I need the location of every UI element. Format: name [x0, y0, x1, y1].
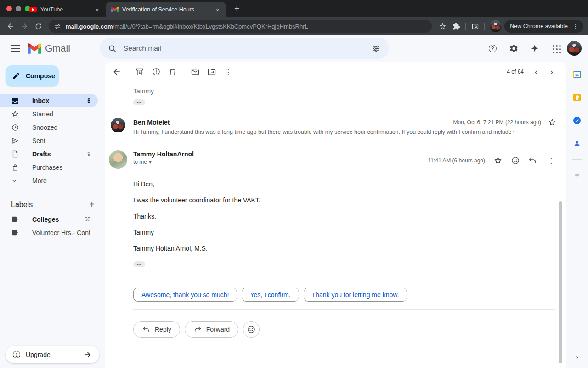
product-name: Gmail: [45, 43, 70, 54]
smart-reply-chip[interactable]: Thank you for letting me know.: [304, 288, 407, 302]
sidebar-item-label: Purchases: [32, 164, 90, 171]
reply-icon[interactable]: [528, 156, 537, 165]
get-add-ons-icon[interactable]: +: [570, 168, 584, 183]
smart-reply-chip[interactable]: Awesome, thank you so much!: [133, 288, 237, 302]
google-apps-icon[interactable]: [546, 38, 566, 58]
label-tag-icon: [11, 215, 20, 223]
forward-button[interactable]: Forward: [185, 321, 238, 338]
close-window-button[interactable]: [6, 6, 12, 12]
sidebar-label-colleges[interactable]: Colleges 60: [0, 213, 98, 226]
minimize-window-button[interactable]: [16, 6, 21, 12]
archive-icon[interactable]: [131, 63, 148, 80]
sidebar-item-snoozed[interactable]: Snoozed: [0, 121, 98, 134]
message-menu-icon[interactable]: ⋮: [546, 155, 557, 166]
close-tab-icon[interactable]: ×: [214, 6, 221, 14]
site-info-icon[interactable]: [54, 23, 61, 30]
scrollbar[interactable]: [559, 201, 562, 363]
delete-icon[interactable]: [164, 63, 181, 80]
close-tab-icon[interactable]: ×: [93, 6, 101, 14]
collapsed-sender: Tammy: [133, 87, 555, 95]
create-label-icon[interactable]: +: [86, 199, 97, 210]
star-message-icon[interactable]: [548, 118, 557, 127]
shopping-bag-icon: [11, 163, 20, 172]
report-spam-icon[interactable]: [148, 63, 164, 80]
sidebar-item-label: More: [32, 177, 90, 184]
sidebar-item-inbox[interactable]: Inbox 8: [0, 94, 98, 107]
tasks-icon[interactable]: [570, 113, 584, 128]
bookmark-star-icon[interactable]: [435, 19, 449, 33]
browser-forward-button[interactable]: [17, 19, 31, 33]
back-to-inbox-icon[interactable]: [108, 63, 125, 80]
sidebar-item-drafts[interactable]: Drafts 9: [0, 147, 98, 161]
older-conversation-icon[interactable]: ›: [544, 64, 560, 80]
search-bar[interactable]: [100, 38, 389, 59]
chevron-down-icon: [11, 178, 20, 184]
tab-search-icon[interactable]: [468, 19, 482, 33]
add-reaction-button[interactable]: [243, 321, 260, 338]
search-filters-icon[interactable]: [366, 38, 386, 58]
browser-back-button[interactable]: [4, 19, 17, 33]
calendar-icon[interactable]: 31: [570, 67, 584, 82]
browser-profile-avatar[interactable]: [490, 20, 502, 32]
move-to-folder-icon[interactable]: [204, 63, 220, 80]
sidebar-item-label: Sent: [32, 137, 90, 144]
tab-gmail-active[interactable]: Verification of Service Hours ×: [106, 2, 226, 17]
keep-icon[interactable]: [570, 90, 584, 105]
chrome-update-pill[interactable]: New Chrome available ⋮: [504, 20, 583, 33]
tab-strip: YouTube × Verification of Service Hours …: [0, 0, 588, 17]
upgrade-label: Upgrade: [26, 351, 78, 358]
sidebar-item-sent[interactable]: Sent: [0, 134, 98, 147]
smart-reply-chip[interactable]: Yes, I confirm.: [242, 288, 299, 302]
labels-header: Labels +: [11, 199, 97, 210]
star-message-icon[interactable]: [493, 156, 503, 165]
contacts-icon[interactable]: [570, 136, 584, 151]
address-bar[interactable]: mail.google.com/mail/u/0/?tab=rm&ogbl#in…: [49, 20, 432, 33]
window-controls: [6, 6, 30, 12]
settings-gear-icon[interactable]: [503, 38, 524, 58]
gmail-favicon: [111, 7, 119, 12]
recipient-line[interactable]: to me ▾: [133, 159, 194, 165]
gmail-body: Compose Inbox 8 Starred Sn: [0, 62, 588, 368]
pagination-count: 4 of 64: [507, 69, 524, 75]
compose-label: Compose: [26, 72, 55, 80]
show-trimmed-content-button[interactable]: •••: [133, 261, 145, 267]
browser-menu-icon[interactable]: ⋮: [571, 23, 581, 30]
emoji-reaction-icon[interactable]: [511, 156, 520, 165]
reload-button[interactable]: [31, 19, 45, 33]
upgrade-button[interactable]: 1 Upgrade: [6, 346, 99, 363]
compose-button[interactable]: Compose: [6, 65, 59, 86]
hide-side-panel-icon[interactable]: ›: [566, 353, 588, 362]
account-avatar[interactable]: [567, 41, 582, 56]
tab-youtube[interactable]: YouTube ×: [24, 2, 106, 17]
collapsed-message-ben[interactable]: Ben Motelet Mon, Oct 6, 7:21 PM (22 hour…: [105, 112, 566, 141]
search-icon[interactable]: [102, 38, 123, 58]
url-path: /mail/u/0/?tab=rm&ogbl#inbox/KtbxLvgstsK…: [113, 23, 308, 30]
show-trimmed-content-button[interactable]: •••: [133, 99, 145, 105]
details-caret-icon[interactable]: ▾: [149, 159, 152, 165]
gmail-logo[interactable]: Gmail: [28, 43, 70, 54]
open-message-header: Tammy HoltanArnol to me ▾ 11:41 AM (6 ho…: [105, 141, 566, 169]
sidebar-item-more[interactable]: More: [0, 174, 98, 187]
reply-button[interactable]: Reply: [133, 321, 180, 338]
more-actions-icon[interactable]: ⋮: [220, 63, 237, 80]
search-input[interactable]: [123, 44, 366, 53]
extensions-icon[interactable]: [449, 19, 463, 33]
sidebar-item-label: Colleges: [32, 216, 85, 223]
sidebar-label-volunteer[interactable]: Volunteer Hrs.- Confirm...: [0, 226, 98, 239]
new-tab-button[interactable]: +: [231, 3, 243, 15]
newer-conversation-icon[interactable]: ‹: [528, 64, 544, 80]
help-icon[interactable]: ?: [482, 38, 503, 58]
main-menu-icon[interactable]: [6, 38, 26, 58]
draft-icon: [11, 150, 20, 158]
arrow-right-icon: [84, 351, 92, 359]
sidebar-item-purchases[interactable]: Purchases: [0, 161, 98, 174]
message-actions: Reply Forward: [133, 321, 566, 338]
sender-avatar: [111, 118, 125, 132]
body-line: Tammy: [133, 229, 566, 236]
sidebar-item-label: Drafts: [32, 150, 87, 158]
sender-name: Ben Motelet: [133, 119, 170, 126]
update-label: New Chrome available: [510, 23, 568, 29]
gemini-icon[interactable]: [525, 38, 545, 58]
sidebar-item-starred[interactable]: Starred: [0, 107, 98, 121]
mark-unread-icon[interactable]: [187, 63, 204, 80]
